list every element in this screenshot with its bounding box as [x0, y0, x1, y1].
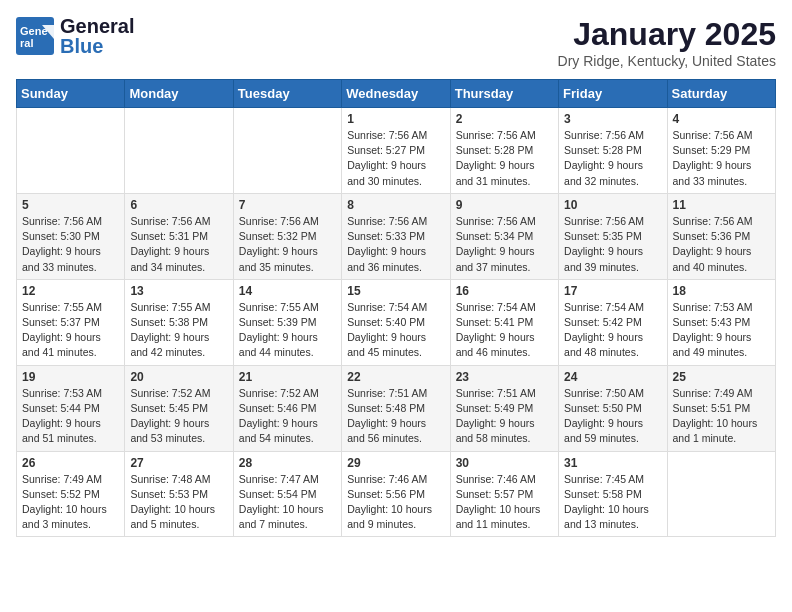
weekday-header: Monday [125, 80, 233, 108]
calendar-cell: 16Sunrise: 7:54 AM Sunset: 5:41 PM Dayli… [450, 279, 558, 365]
logo: Gene ral General Blue [16, 16, 134, 56]
calendar-cell [233, 108, 341, 194]
day-info: Sunrise: 7:56 AM Sunset: 5:34 PM Dayligh… [456, 214, 553, 275]
calendar-cell [667, 451, 775, 537]
day-info: Sunrise: 7:56 AM Sunset: 5:36 PM Dayligh… [673, 214, 770, 275]
location-text: Dry Ridge, Kentucky, United States [558, 53, 776, 69]
calendar-cell: 25Sunrise: 7:49 AM Sunset: 5:51 PM Dayli… [667, 365, 775, 451]
weekday-header: Thursday [450, 80, 558, 108]
day-info: Sunrise: 7:56 AM Sunset: 5:32 PM Dayligh… [239, 214, 336, 275]
day-info: Sunrise: 7:56 AM Sunset: 5:35 PM Dayligh… [564, 214, 661, 275]
calendar-cell: 14Sunrise: 7:55 AM Sunset: 5:39 PM Dayli… [233, 279, 341, 365]
title-area: January 2025 Dry Ridge, Kentucky, United… [558, 16, 776, 69]
day-number: 9 [456, 198, 553, 212]
calendar-cell: 13Sunrise: 7:55 AM Sunset: 5:38 PM Dayli… [125, 279, 233, 365]
weekday-header: Sunday [17, 80, 125, 108]
day-number: 8 [347, 198, 444, 212]
day-number: 14 [239, 284, 336, 298]
day-number: 13 [130, 284, 227, 298]
calendar-week-row: 26Sunrise: 7:49 AM Sunset: 5:52 PM Dayli… [17, 451, 776, 537]
logo-text: General Blue [60, 16, 134, 56]
calendar-cell [17, 108, 125, 194]
day-number: 6 [130, 198, 227, 212]
day-number: 31 [564, 456, 661, 470]
day-info: Sunrise: 7:53 AM Sunset: 5:43 PM Dayligh… [673, 300, 770, 361]
day-number: 30 [456, 456, 553, 470]
day-info: Sunrise: 7:46 AM Sunset: 5:57 PM Dayligh… [456, 472, 553, 533]
day-number: 10 [564, 198, 661, 212]
weekday-header: Wednesday [342, 80, 450, 108]
calendar-cell: 29Sunrise: 7:46 AM Sunset: 5:56 PM Dayli… [342, 451, 450, 537]
day-info: Sunrise: 7:55 AM Sunset: 5:37 PM Dayligh… [22, 300, 119, 361]
day-number: 28 [239, 456, 336, 470]
calendar-cell: 15Sunrise: 7:54 AM Sunset: 5:40 PM Dayli… [342, 279, 450, 365]
day-info: Sunrise: 7:51 AM Sunset: 5:48 PM Dayligh… [347, 386, 444, 447]
calendar-cell: 20Sunrise: 7:52 AM Sunset: 5:45 PM Dayli… [125, 365, 233, 451]
svg-text:ral: ral [20, 37, 33, 49]
calendar-cell: 26Sunrise: 7:49 AM Sunset: 5:52 PM Dayli… [17, 451, 125, 537]
day-number: 25 [673, 370, 770, 384]
calendar-cell: 1Sunrise: 7:56 AM Sunset: 5:27 PM Daylig… [342, 108, 450, 194]
day-number: 27 [130, 456, 227, 470]
svg-text:Gene: Gene [20, 25, 48, 37]
weekday-header-row: SundayMondayTuesdayWednesdayThursdayFrid… [17, 80, 776, 108]
day-info: Sunrise: 7:56 AM Sunset: 5:27 PM Dayligh… [347, 128, 444, 189]
day-info: Sunrise: 7:47 AM Sunset: 5:54 PM Dayligh… [239, 472, 336, 533]
day-info: Sunrise: 7:51 AM Sunset: 5:49 PM Dayligh… [456, 386, 553, 447]
day-number: 15 [347, 284, 444, 298]
day-info: Sunrise: 7:56 AM Sunset: 5:31 PM Dayligh… [130, 214, 227, 275]
calendar-cell: 8Sunrise: 7:56 AM Sunset: 5:33 PM Daylig… [342, 193, 450, 279]
day-number: 21 [239, 370, 336, 384]
calendar-cell: 11Sunrise: 7:56 AM Sunset: 5:36 PM Dayli… [667, 193, 775, 279]
logo-icon: Gene ral [16, 17, 54, 55]
day-info: Sunrise: 7:56 AM Sunset: 5:28 PM Dayligh… [564, 128, 661, 189]
day-number: 29 [347, 456, 444, 470]
day-info: Sunrise: 7:48 AM Sunset: 5:53 PM Dayligh… [130, 472, 227, 533]
day-number: 12 [22, 284, 119, 298]
day-info: Sunrise: 7:46 AM Sunset: 5:56 PM Dayligh… [347, 472, 444, 533]
calendar-cell: 5Sunrise: 7:56 AM Sunset: 5:30 PM Daylig… [17, 193, 125, 279]
calendar-week-row: 19Sunrise: 7:53 AM Sunset: 5:44 PM Dayli… [17, 365, 776, 451]
weekday-header: Tuesday [233, 80, 341, 108]
day-info: Sunrise: 7:56 AM Sunset: 5:29 PM Dayligh… [673, 128, 770, 189]
calendar-cell: 9Sunrise: 7:56 AM Sunset: 5:34 PM Daylig… [450, 193, 558, 279]
calendar-cell: 4Sunrise: 7:56 AM Sunset: 5:29 PM Daylig… [667, 108, 775, 194]
calendar-cell: 2Sunrise: 7:56 AM Sunset: 5:28 PM Daylig… [450, 108, 558, 194]
day-number: 17 [564, 284, 661, 298]
calendar-cell: 17Sunrise: 7:54 AM Sunset: 5:42 PM Dayli… [559, 279, 667, 365]
calendar-cell: 3Sunrise: 7:56 AM Sunset: 5:28 PM Daylig… [559, 108, 667, 194]
calendar-cell: 28Sunrise: 7:47 AM Sunset: 5:54 PM Dayli… [233, 451, 341, 537]
day-number: 22 [347, 370, 444, 384]
day-number: 19 [22, 370, 119, 384]
day-info: Sunrise: 7:54 AM Sunset: 5:42 PM Dayligh… [564, 300, 661, 361]
day-number: 5 [22, 198, 119, 212]
day-info: Sunrise: 7:54 AM Sunset: 5:40 PM Dayligh… [347, 300, 444, 361]
calendar-cell: 10Sunrise: 7:56 AM Sunset: 5:35 PM Dayli… [559, 193, 667, 279]
calendar-cell [125, 108, 233, 194]
day-info: Sunrise: 7:52 AM Sunset: 5:45 PM Dayligh… [130, 386, 227, 447]
day-number: 26 [22, 456, 119, 470]
day-number: 16 [456, 284, 553, 298]
calendar-cell: 31Sunrise: 7:45 AM Sunset: 5:58 PM Dayli… [559, 451, 667, 537]
calendar-cell: 30Sunrise: 7:46 AM Sunset: 5:57 PM Dayli… [450, 451, 558, 537]
calendar-cell: 18Sunrise: 7:53 AM Sunset: 5:43 PM Dayli… [667, 279, 775, 365]
calendar-cell: 27Sunrise: 7:48 AM Sunset: 5:53 PM Dayli… [125, 451, 233, 537]
day-info: Sunrise: 7:45 AM Sunset: 5:58 PM Dayligh… [564, 472, 661, 533]
day-info: Sunrise: 7:55 AM Sunset: 5:38 PM Dayligh… [130, 300, 227, 361]
day-number: 4 [673, 112, 770, 126]
day-number: 2 [456, 112, 553, 126]
month-title: January 2025 [558, 16, 776, 53]
day-number: 7 [239, 198, 336, 212]
day-info: Sunrise: 7:52 AM Sunset: 5:46 PM Dayligh… [239, 386, 336, 447]
day-number: 20 [130, 370, 227, 384]
calendar-week-row: 1Sunrise: 7:56 AM Sunset: 5:27 PM Daylig… [17, 108, 776, 194]
day-number: 24 [564, 370, 661, 384]
calendar-cell: 21Sunrise: 7:52 AM Sunset: 5:46 PM Dayli… [233, 365, 341, 451]
day-info: Sunrise: 7:54 AM Sunset: 5:41 PM Dayligh… [456, 300, 553, 361]
day-number: 3 [564, 112, 661, 126]
day-info: Sunrise: 7:56 AM Sunset: 5:28 PM Dayligh… [456, 128, 553, 189]
calendar-cell: 19Sunrise: 7:53 AM Sunset: 5:44 PM Dayli… [17, 365, 125, 451]
day-info: Sunrise: 7:56 AM Sunset: 5:33 PM Dayligh… [347, 214, 444, 275]
day-info: Sunrise: 7:50 AM Sunset: 5:50 PM Dayligh… [564, 386, 661, 447]
calendar-week-row: 12Sunrise: 7:55 AM Sunset: 5:37 PM Dayli… [17, 279, 776, 365]
